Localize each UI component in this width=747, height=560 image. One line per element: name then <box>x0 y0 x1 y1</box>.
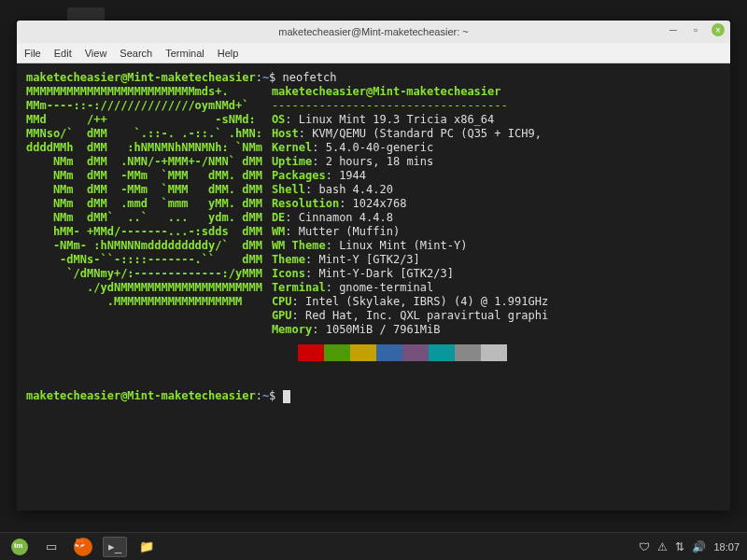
menu-terminal[interactable]: Terminal <box>165 48 204 59</box>
prompt-symbol: $ <box>269 71 275 84</box>
terminal-window: maketecheasier@Mint-maketecheasier: ~ ─ … <box>17 21 730 511</box>
terminal-output[interactable]: maketecheasier@Mint-maketecheasier:~$ ne… <box>17 63 730 511</box>
desktop: maketecheasier@Mint-maketecheasier: ~ ─ … <box>0 0 747 560</box>
start-menu-button[interactable] <box>7 537 32 557</box>
menubar: File Edit View Search Terminal Help <box>17 43 730 63</box>
network-icon[interactable]: ⇅ <box>675 540 684 553</box>
prompt-user-host: maketecheasier@Mint-maketecheasier <box>26 71 256 84</box>
mint-logo-icon <box>11 539 28 555</box>
clock[interactable]: 18:07 <box>713 541 740 553</box>
command: neofetch <box>283 71 337 84</box>
show-desktop-icon[interactable]: ▭ <box>39 537 63 557</box>
neofetch-info: maketecheasier@Mint-maketecheasier -----… <box>272 85 721 361</box>
menu-search[interactable]: Search <box>120 48 152 59</box>
volume-icon[interactable]: 🔊 <box>692 540 706 553</box>
system-tray: 🛡 ⚠ ⇅ 🔊 18:07 <box>639 540 740 553</box>
maximize-button[interactable]: ▫ <box>689 23 702 36</box>
minimize-button[interactable]: ─ <box>667 23 680 36</box>
window-titlebar[interactable]: maketecheasier@Mint-maketecheasier: ~ ─ … <box>17 21 730 43</box>
firefox-icon[interactable]: 🦊 <box>71 537 95 557</box>
color-swatches <box>272 344 721 361</box>
menu-view[interactable]: View <box>85 48 107 59</box>
taskbar: ▭ 🦊 ▸_ 📁 🛡 ⚠ ⇅ 🔊 18:07 <box>0 532 747 560</box>
menu-edit[interactable]: Edit <box>54 48 72 59</box>
cursor <box>283 390 290 403</box>
ascii-logo: MMMMMMMMMMMMMMMMMMMMMMMMMmds+. MMm----::… <box>26 85 262 361</box>
window-controls: ─ ▫ × <box>667 23 725 36</box>
close-button[interactable]: × <box>712 23 725 36</box>
shield-icon[interactable]: 🛡 <box>639 540 650 553</box>
terminal-task-icon[interactable]: ▸_ <box>103 537 127 557</box>
menu-help[interactable]: Help <box>218 48 239 59</box>
nf-title: maketecheasier@Mint-maketecheasier <box>272 85 501 98</box>
files-icon[interactable]: 📁 <box>134 537 159 557</box>
menu-file[interactable]: File <box>24 48 41 59</box>
window-title: maketecheasier@Mint-maketecheasier: ~ <box>17 26 730 37</box>
warning-icon[interactable]: ⚠ <box>657 540 668 553</box>
